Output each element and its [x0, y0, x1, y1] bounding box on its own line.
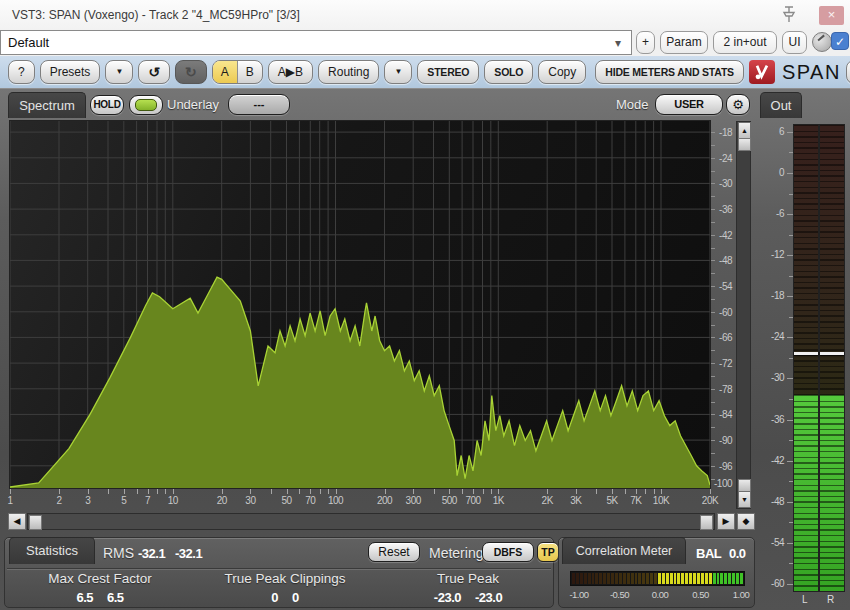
hscroll-left-handle[interactable] [29, 515, 42, 530]
b-button[interactable]: B [237, 61, 262, 83]
titlebar[interactable]: VST3: SPAN (Voxengo) - Track 2 "4_MC59HP… [0, 0, 850, 31]
db-tick [711, 248, 715, 249]
io-config-button[interactable]: 2 in+out [713, 31, 777, 54]
green-led [135, 99, 157, 111]
help-button[interactable]: ? [8, 60, 35, 84]
enable-checkbox[interactable]: ✓ [831, 32, 849, 50]
knob-icon[interactable] [812, 32, 832, 52]
rms-label: RMS [103, 545, 134, 561]
presets-dropdown-icon[interactable]: ▼ [105, 60, 133, 84]
divider [7, 568, 551, 569]
hold-button[interactable]: HOLD [90, 95, 124, 115]
preset-value: Default [8, 35, 49, 50]
freq-tick [645, 489, 646, 494]
db-tick [711, 183, 715, 184]
tab-spectrum[interactable]: Spectrum [8, 92, 86, 118]
freq-label: 70 [305, 495, 315, 506]
true-peak-toggle-button[interactable]: TP [537, 542, 559, 562]
correlation-segment [658, 573, 661, 584]
correlation-segment [592, 573, 595, 584]
zoom-reset-diamond-icon[interactable]: ◆ [737, 513, 755, 530]
scroll-left-icon[interactable]: ◀ [8, 513, 26, 530]
freq-label: 50 [281, 495, 291, 506]
correlation-segment [646, 573, 649, 584]
freq-tick [287, 489, 288, 494]
out-scale-tick [789, 235, 793, 236]
freq-tick [173, 489, 174, 494]
freq-tick [661, 489, 662, 494]
correlation-segment [662, 573, 665, 584]
freq-tick [137, 489, 138, 494]
spectrum-enable-led-button[interactable] [129, 95, 163, 115]
routing-button[interactable]: Routing [318, 60, 379, 84]
out-scale-tick [789, 440, 793, 441]
out-meter-bars[interactable] [794, 125, 844, 591]
correlation-segment [615, 573, 618, 584]
tab-correlation-meter[interactable]: Correlation Meter [562, 537, 686, 564]
hide-meters-button[interactable]: HIDE METERS AND STATS [595, 60, 744, 84]
horizontal-scrollbar[interactable] [27, 513, 715, 530]
preset-selector[interactable]: Default ▾ [0, 30, 632, 55]
freq-tick [88, 489, 89, 494]
spectrum-area [10, 277, 710, 488]
freq-tick [124, 489, 125, 494]
metering-mode-button[interactable]: DBFS [482, 542, 534, 562]
freq-tick [596, 489, 597, 494]
vertical-scrollbar[interactable]: ▲ ▼ [736, 121, 751, 509]
correlation-segment [627, 573, 630, 584]
presets-button[interactable]: Presets [40, 60, 101, 84]
stereo-button[interactable]: STEREO [417, 60, 479, 84]
scroll-down-icon[interactable]: ▼ [738, 491, 751, 508]
gear-icon[interactable]: ⚙ [726, 94, 750, 115]
out-scale-tick [789, 522, 793, 523]
out-scale-label: -30 [756, 372, 784, 383]
solo-button[interactable]: SOLO [484, 60, 533, 84]
clippings-label: True Peak Clippings [224, 571, 345, 586]
add-preset-button[interactable]: + [636, 31, 655, 54]
scroll-up-icon[interactable]: ▲ [738, 122, 751, 139]
scroll-right-icon[interactable]: ▶ [717, 513, 735, 530]
freq-tick [10, 489, 11, 494]
db-tick [711, 440, 715, 441]
freq-tick [473, 489, 474, 494]
pin-icon[interactable] [780, 5, 798, 25]
correlation-segment [728, 573, 731, 584]
reset-button[interactable]: Reset [368, 542, 420, 562]
db-tick [711, 222, 715, 223]
out-scale-tick [787, 584, 793, 585]
out-scale-tick [787, 337, 793, 338]
vscroll-top-handle[interactable] [738, 138, 751, 151]
correlation-segment [720, 573, 723, 584]
routing-dropdown-icon[interactable]: ▼ [384, 60, 412, 84]
freq-tick [222, 489, 223, 494]
spectrum-plot[interactable] [10, 121, 710, 488]
out-scale-tick [787, 461, 793, 462]
copy-button[interactable]: Copy [538, 60, 586, 84]
mode-select-button[interactable]: USER [655, 94, 723, 115]
param-button[interactable]: Param [660, 31, 708, 54]
correlation-segment [595, 573, 598, 584]
hscroll-right-handle[interactable] [700, 515, 713, 530]
correlation-segment [689, 573, 692, 584]
correlation-box: Correlation Meter BAL 0.0 -1.00-0.500.00… [558, 537, 755, 608]
tab-statistics[interactable]: Statistics [9, 537, 95, 564]
undo-icon[interactable]: ↺ [138, 60, 170, 84]
correlation-segment [572, 573, 575, 584]
a-button[interactable]: A [213, 61, 237, 83]
channel-label-left: L [802, 594, 808, 605]
freq-tick [449, 489, 450, 494]
correlation-segment [642, 573, 645, 584]
db-label: -96 [719, 461, 732, 472]
db-label: -18 [719, 127, 732, 138]
ui-button[interactable]: UI [782, 31, 807, 54]
out-scale-tick [787, 214, 793, 215]
underlay-select-button[interactable]: --- [228, 94, 290, 115]
menu-icon[interactable]: ≡ [846, 60, 850, 84]
meter-level-right [820, 395, 844, 591]
correlation-segment [580, 573, 583, 584]
db-label: -36 [719, 204, 732, 215]
freq-tick [336, 489, 337, 494]
a-to-b-button[interactable]: A▶B [268, 60, 313, 84]
correlation-segment [740, 573, 743, 584]
close-button[interactable]: × [819, 6, 844, 25]
